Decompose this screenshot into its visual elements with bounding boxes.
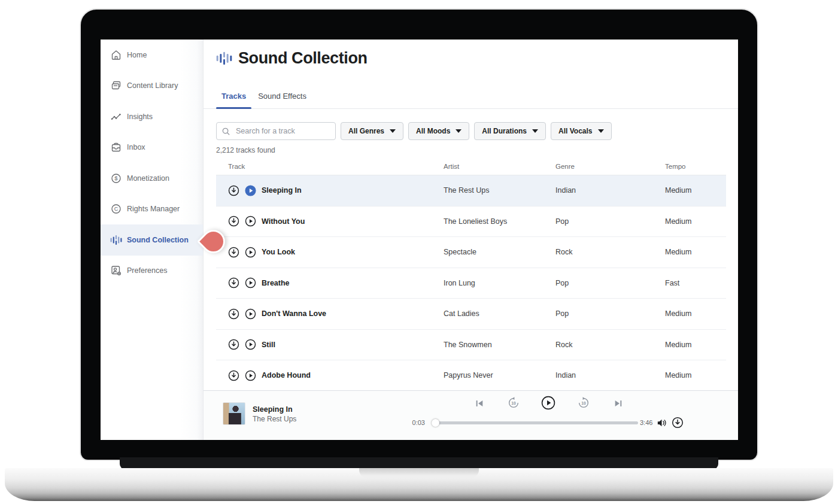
svg-text:C: C bbox=[114, 206, 119, 212]
svg-text:10: 10 bbox=[581, 401, 586, 405]
sidebar-item-rights-manager[interactable]: C Rights Manager bbox=[101, 194, 203, 225]
table-row-still[interactable]: Still The Snowmen Rock Medium bbox=[216, 330, 726, 361]
sidebar: Home Content Library Insights Inbox $ Mo… bbox=[101, 40, 204, 440]
column-header-artist: Artist bbox=[444, 163, 555, 170]
track-genre: Rock bbox=[555, 341, 665, 349]
sidebar-item-monetization[interactable]: $ Monetization bbox=[101, 163, 203, 194]
download-track-icon[interactable] bbox=[228, 185, 239, 196]
play-track-icon[interactable] bbox=[245, 339, 256, 350]
track-tempo: Medium bbox=[665, 186, 726, 195]
track-artist: The Loneliest Boys bbox=[444, 217, 555, 226]
track-artist: Cat Ladies bbox=[444, 309, 555, 318]
download-track-icon[interactable] bbox=[228, 215, 239, 227]
track-artist: Papyrus Never bbox=[444, 371, 555, 379]
sidebar-item-label: Content Library bbox=[127, 81, 178, 90]
sidebar-item-content-library[interactable]: Content Library bbox=[101, 71, 203, 102]
table-body: Sleeping In The Rest Ups Indian Medium W… bbox=[216, 175, 726, 391]
download-track-icon[interactable] bbox=[228, 277, 239, 289]
filter-label: All Vocals bbox=[558, 127, 592, 135]
download-track-icon[interactable] bbox=[228, 370, 239, 381]
sidebar-item-label: Sound Collection bbox=[127, 236, 189, 244]
sidebar-item-inbox[interactable]: Inbox bbox=[101, 132, 203, 163]
table-row-you-look[interactable]: You Look Spectacle Rock Medium bbox=[216, 237, 726, 268]
skip-previous-icon[interactable] bbox=[474, 398, 485, 409]
sidebar-item-insights[interactable]: Insights bbox=[101, 101, 203, 132]
sidebar-item-label: Insights bbox=[127, 113, 153, 121]
tab-sound-effects[interactable]: Sound Effects bbox=[253, 92, 312, 108]
sidebar-item-preferences[interactable]: Preferences bbox=[101, 256, 203, 287]
laptop-hinge bbox=[120, 457, 718, 469]
sidebar-item-home[interactable]: Home bbox=[101, 40, 203, 71]
sidebar-item-label: Home bbox=[127, 51, 147, 59]
svg-text:$: $ bbox=[114, 175, 118, 181]
tab-tracks[interactable]: Tracks bbox=[216, 92, 251, 108]
home-icon bbox=[110, 49, 122, 61]
volume-icon[interactable] bbox=[656, 417, 667, 429]
album-art bbox=[223, 402, 245, 425]
play-track-icon[interactable] bbox=[245, 277, 256, 289]
track-genre: Rock bbox=[555, 248, 665, 256]
skip-next-icon[interactable] bbox=[613, 398, 624, 409]
chevron-down-icon bbox=[532, 129, 538, 133]
search-input[interactable] bbox=[235, 126, 330, 136]
download-track-icon[interactable] bbox=[228, 247, 239, 258]
track-title: You Look bbox=[262, 248, 295, 256]
download-track-icon[interactable] bbox=[228, 339, 239, 350]
track-title: Don't Wanna Love bbox=[262, 309, 326, 318]
filter-button-all-moods[interactable]: All Moods bbox=[408, 122, 469, 140]
filter-label: All Moods bbox=[416, 127, 450, 135]
results-count: 2,212 tracks found bbox=[216, 146, 738, 154]
download-icon[interactable] bbox=[672, 417, 684, 429]
filter-toolbar: All Genres All Moods All Durations All V… bbox=[216, 122, 738, 140]
page-title: Sound Collection bbox=[238, 49, 368, 68]
player-bar: Sleeping In The Rest Ups 10 10 0:03 3:46 bbox=[204, 390, 738, 440]
track-genre: Pop bbox=[555, 217, 665, 226]
filter-label: All Genres bbox=[348, 127, 384, 135]
column-header-genre: Genre bbox=[555, 163, 665, 170]
table-row-don-t-wanna-love[interactable]: Don't Wanna Love Cat Ladies Pop Medium bbox=[216, 299, 726, 330]
table-row-sleeping-in[interactable]: Sleeping In The Rest Ups Indian Medium bbox=[216, 175, 726, 207]
duration-time: 3:46 bbox=[640, 419, 652, 426]
sound-collection-icon bbox=[110, 234, 122, 246]
chevron-down-icon bbox=[456, 129, 461, 133]
player-track-title: Sleeping In bbox=[253, 405, 293, 414]
forward-10-icon[interactable]: 10 bbox=[577, 396, 590, 409]
replay-10-icon[interactable]: 10 bbox=[507, 396, 520, 409]
track-tempo: Medium bbox=[665, 248, 726, 256]
monetization-icon: $ bbox=[110, 172, 122, 184]
svg-text:10: 10 bbox=[511, 401, 516, 405]
filter-button-all-durations[interactable]: All Durations bbox=[474, 122, 546, 140]
track-tempo: Medium bbox=[665, 309, 726, 318]
filter-button-all-genres[interactable]: All Genres bbox=[341, 122, 403, 140]
search-input-wrapper[interactable] bbox=[216, 122, 336, 140]
progress-thumb[interactable] bbox=[432, 419, 439, 427]
play-track-icon[interactable] bbox=[245, 247, 256, 258]
play-icon[interactable] bbox=[541, 396, 555, 410]
track-genre: Indian bbox=[555, 186, 665, 195]
chevron-down-icon bbox=[390, 129, 396, 133]
download-track-icon[interactable] bbox=[228, 308, 239, 320]
filter-button-all-vocals[interactable]: All Vocals bbox=[551, 122, 611, 140]
player-track-artist: The Rest Ups bbox=[253, 415, 296, 423]
table-row-adobe-hound[interactable]: Adobe Hound Papyrus Never Indian Medium bbox=[216, 360, 726, 391]
elapsed-time: 0:03 bbox=[401, 419, 425, 426]
track-title: Still bbox=[262, 341, 275, 349]
sidebar-item-label: Inbox bbox=[127, 143, 145, 151]
chevron-down-icon bbox=[598, 129, 604, 133]
column-header-tempo: Tempo bbox=[665, 163, 726, 170]
play-track-icon[interactable] bbox=[245, 185, 256, 196]
table-row-breathe[interactable]: Breathe Iron Lung Pop Fast bbox=[216, 268, 726, 299]
inbox-icon bbox=[110, 141, 122, 153]
track-artist: Iron Lung bbox=[444, 279, 555, 287]
progress-bar[interactable] bbox=[432, 421, 638, 424]
sidebar-item-sound-collection[interactable]: Sound Collection bbox=[101, 224, 203, 256]
app-window: Home Content Library Insights Inbox $ Mo… bbox=[101, 40, 738, 440]
play-track-icon[interactable] bbox=[245, 215, 256, 227]
sidebar-item-label: Preferences bbox=[127, 266, 167, 275]
play-track-icon[interactable] bbox=[245, 308, 256, 320]
table-row-without-you[interactable]: Without You The Loneliest Boys Pop Mediu… bbox=[216, 207, 726, 238]
track-title: Breathe bbox=[262, 279, 290, 287]
play-track-icon[interactable] bbox=[245, 370, 256, 381]
sidebar-nav-list: Home Content Library Insights Inbox $ Mo… bbox=[101, 40, 203, 286]
track-genre: Indian bbox=[555, 371, 665, 379]
